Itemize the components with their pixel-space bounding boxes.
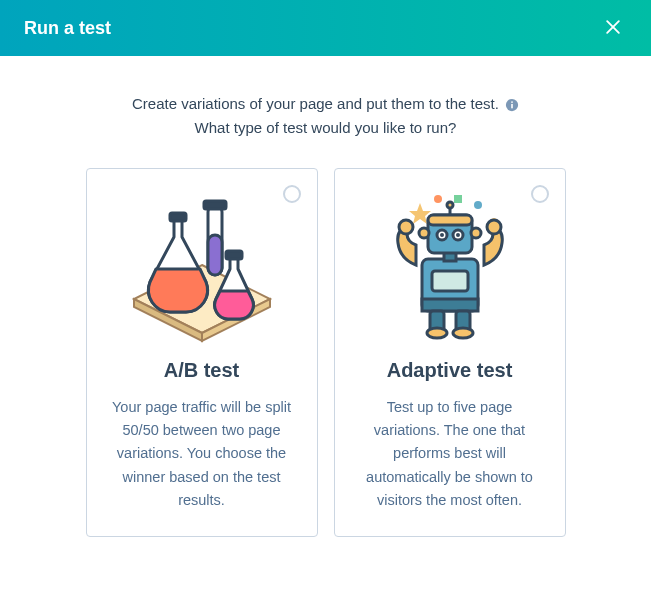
adaptive-test-illustration xyxy=(370,187,530,347)
card-title-adaptive: Adaptive test xyxy=(387,359,513,382)
card-ab-test[interactable]: A/B test Your page traffic will be split… xyxy=(86,168,318,537)
svg-point-4 xyxy=(511,101,513,103)
svg-rect-23 xyxy=(432,271,468,291)
svg-rect-11 xyxy=(204,201,226,209)
run-test-modal: Run a test Create variations of your pag… xyxy=(0,0,651,600)
svg-rect-16 xyxy=(454,195,462,203)
option-cards: A/B test Your page traffic will be split… xyxy=(32,168,619,537)
card-title-ab: A/B test xyxy=(164,359,240,382)
card-adaptive-test[interactable]: Adaptive test Test up to five page varia… xyxy=(334,168,566,537)
radio-ab-test[interactable] xyxy=(283,185,301,203)
card-desc-adaptive: Test up to five page variations. The one… xyxy=(353,396,547,512)
svg-rect-10 xyxy=(208,235,222,275)
svg-rect-12 xyxy=(226,251,242,259)
svg-rect-22 xyxy=(422,299,478,311)
intro-line2: What type of test would you like to run? xyxy=(195,119,457,136)
svg-point-15 xyxy=(434,195,442,203)
close-icon xyxy=(603,17,623,40)
svg-point-17 xyxy=(474,201,482,209)
info-icon[interactable] xyxy=(505,98,519,112)
svg-point-31 xyxy=(419,228,429,238)
radio-adaptive-test[interactable] xyxy=(531,185,549,203)
modal-title: Run a test xyxy=(24,18,111,39)
svg-point-19 xyxy=(399,220,413,234)
svg-point-30 xyxy=(456,233,460,237)
svg-rect-8 xyxy=(170,213,186,221)
intro-text: Create variations of your page and put t… xyxy=(132,92,519,140)
svg-rect-3 xyxy=(511,104,513,108)
ab-test-illustration xyxy=(122,187,282,347)
card-desc-ab: Your page traffic will be split 50/50 be… xyxy=(105,396,299,512)
modal-content: Create variations of your page and put t… xyxy=(0,56,651,600)
svg-rect-26 xyxy=(428,215,472,225)
svg-point-32 xyxy=(471,228,481,238)
svg-point-38 xyxy=(453,328,473,338)
svg-point-37 xyxy=(427,328,447,338)
svg-point-29 xyxy=(440,233,444,237)
modal-header: Run a test xyxy=(0,0,651,56)
intro-line1: Create variations of your page and put t… xyxy=(132,95,499,112)
close-button[interactable] xyxy=(599,13,627,44)
svg-point-20 xyxy=(487,220,501,234)
svg-point-34 xyxy=(447,202,453,208)
